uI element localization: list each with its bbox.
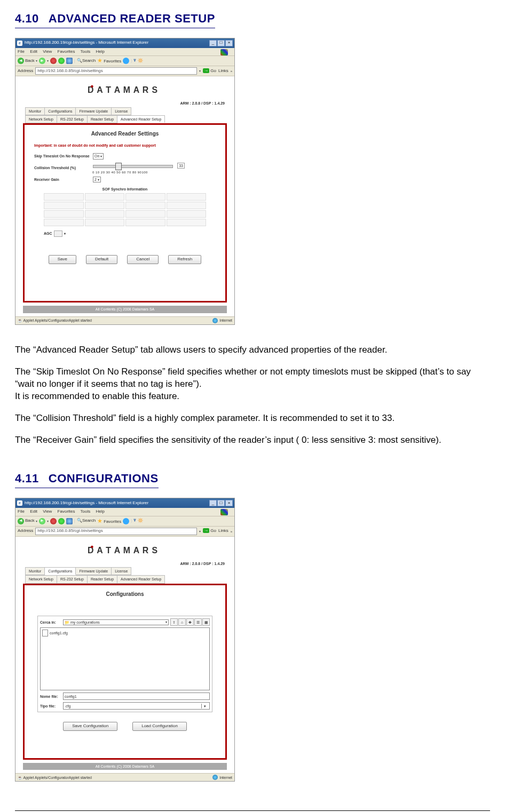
label-receiver-gain: Receiver Gain [34, 177, 93, 182]
menu-view[interactable]: View [43, 509, 52, 514]
agc-row: AGC ▾ [44, 230, 221, 237]
tab-rs232-setup[interactable]: RS-232 Setup [57, 115, 87, 123]
menu-edit[interactable]: Edit [30, 49, 37, 54]
address-input[interactable]: http://192.168.0.85/cgi-bin/settings [35, 67, 197, 75]
tab-bar: Monitor Configurations Firmware Update L… [19, 567, 231, 584]
go-button[interactable]: → Go [203, 68, 216, 74]
tab-reader-setup[interactable]: Reader Setup [87, 115, 117, 123]
history-icon[interactable] [123, 518, 129, 524]
new-folder-icon[interactable]: ✚ [186, 618, 194, 626]
refresh-icon[interactable] [58, 518, 65, 524]
tab-advanced-reader-setup[interactable]: Advanced Reader Setup [117, 115, 165, 123]
address-bar: Address http://192.168.0.85/cgi-bin/sett… [15, 66, 234, 76]
bluetooth-icon[interactable]: ⍒ [133, 518, 136, 524]
tab-reader-setup[interactable]: Reader Setup [87, 576, 117, 583]
back-button[interactable]: ◄Back▾ [18, 58, 37, 64]
tab-network-setup[interactable]: Network Setup [26, 115, 57, 123]
filename-input[interactable]: config1 [63, 692, 210, 700]
close-button[interactable]: × [225, 40, 233, 46]
menu-edit[interactable]: Edit [30, 509, 37, 514]
filetype-select[interactable]: .cfg▾ [63, 702, 210, 710]
menu-favorites[interactable]: Favorites [58, 509, 75, 514]
tab-license[interactable]: License [112, 107, 131, 115]
select-skip-timeslot[interactable]: On▾ [93, 153, 104, 159]
save-button[interactable]: Save [49, 255, 76, 264]
menu-file[interactable]: File [18, 509, 25, 514]
sof-grid [44, 193, 206, 226]
menu-favorites[interactable]: Favorites [58, 49, 75, 54]
tab-configurations[interactable]: Configurations [45, 107, 76, 115]
stop-icon[interactable] [50, 58, 57, 64]
tab-firmware-update[interactable]: Firmware Update [76, 107, 112, 115]
favorites-button[interactable]: ★Favorites [97, 518, 121, 525]
toolbar-extra-icon[interactable]: 🔆 [138, 58, 143, 64]
refresh-button[interactable]: Refresh [168, 255, 201, 264]
go-button[interactable]: → Go [203, 528, 216, 534]
zone-label: Internet [219, 775, 232, 780]
close-button[interactable]: × [225, 500, 233, 506]
toolbar-extra-icon[interactable]: 🔆 [138, 518, 143, 524]
menu-help[interactable]: Help [96, 49, 105, 54]
home-icon[interactable] [66, 518, 73, 524]
tab-monitor[interactable]: Monitor [26, 107, 45, 115]
history-icon[interactable] [123, 58, 129, 64]
detail-view-icon[interactable]: ▦ [202, 618, 210, 626]
links-label[interactable]: Links [218, 528, 228, 534]
search-button[interactable]: 🔍Search [77, 518, 96, 524]
cancel-button[interactable]: Cancel [127, 255, 159, 264]
tab-configurations[interactable]: Configurations [45, 567, 76, 575]
home-icon[interactable] [66, 58, 73, 64]
links-label[interactable]: Links [218, 68, 228, 74]
maximize-button[interactable]: □ [217, 40, 225, 46]
favorites-button[interactable]: ★Favorites [97, 57, 121, 65]
tab-firmware-update[interactable]: Firmware Update [76, 567, 112, 575]
back-button[interactable]: ◄Back▾ [18, 518, 37, 524]
forward-button[interactable]: ► [39, 518, 45, 524]
label-skip-timeslot: Skip Timeslot On No Response [34, 154, 93, 158]
status-bar: ☕ Applet Applets/ConfiguratorApplet star… [15, 773, 234, 781]
maximize-button[interactable]: □ [217, 500, 225, 506]
save-configuration-button[interactable]: Save Configuration [63, 722, 117, 731]
default-button[interactable]: Default [86, 255, 117, 264]
home-folder-icon[interactable]: ⌂ [178, 618, 186, 626]
load-configuration-button[interactable]: Load Configuration [132, 722, 187, 731]
up-folder-icon[interactable]: ⇧ [170, 618, 178, 626]
slider-collision-threshold[interactable]: 33 [93, 163, 173, 170]
forward-button[interactable]: ► [39, 58, 45, 64]
file-list[interactable]: config1.cfg [40, 627, 210, 690]
toolbar: ◄Back▾ ►▾ | 🔍Search ★Favorites | ⍒ 🔆 [15, 516, 234, 527]
address-input[interactable]: http://192.168.0.85/cgi-bin/settings [35, 528, 197, 535]
window-title: http://192.168.200.19/cgi-bin/settings -… [25, 40, 209, 46]
tab-license[interactable]: License [112, 567, 131, 575]
tab-monitor[interactable]: Monitor [26, 567, 45, 575]
svg-text:D A T A M A R S: D A T A M A R S [88, 85, 158, 94]
menu-file[interactable]: File [18, 49, 25, 54]
address-label: Address [18, 68, 33, 74]
tab-advanced-reader-setup[interactable]: Advanced Reader Setup [117, 576, 165, 583]
select-receiver-gain[interactable]: 2▾ [93, 177, 101, 182]
minimize-button[interactable]: _ [209, 500, 217, 506]
list-view-icon[interactable]: ☰ [194, 618, 202, 626]
refresh-icon[interactable] [58, 58, 65, 64]
file-browser: Cerca in: 📁my configurations ▾ ⇧ ⌂ ✚ ☰ ▦ [37, 616, 212, 712]
datamars-logo: D A T A M A R S [19, 540, 231, 561]
filetype-label: Tipo file: [40, 704, 61, 708]
stop-icon[interactable] [50, 518, 57, 524]
search-button[interactable]: 🔍Search [77, 58, 96, 64]
panel-title: Advanced Reader Settings [29, 130, 221, 138]
menu-help[interactable]: Help [96, 509, 105, 514]
status-text: ☕ Applet Applets/ConfiguratorApplet star… [18, 775, 92, 780]
tab-rs232-setup[interactable]: RS-232 Setup [57, 576, 87, 583]
datamars-logo: D A T A M A R S [19, 79, 231, 101]
agc-box [54, 230, 62, 237]
menu-tools[interactable]: Tools [81, 49, 91, 54]
firmware-version: ARM : 2.0.8 / DSP : 1.4.29 [19, 561, 231, 567]
slider-ticks: 0 10 20 30 40 50 60 70 80 90100 [92, 170, 173, 174]
look-in-dropdown[interactable]: 📁my configurations ▾ [63, 619, 169, 625]
menu-view[interactable]: View [43, 49, 52, 54]
minimize-button[interactable]: _ [209, 40, 217, 46]
list-item[interactable]: config1.cfg [42, 630, 208, 636]
tab-network-setup[interactable]: Network Setup [26, 576, 57, 583]
bluetooth-icon[interactable]: ⍒ [133, 58, 136, 64]
menu-tools[interactable]: Tools [81, 509, 91, 514]
